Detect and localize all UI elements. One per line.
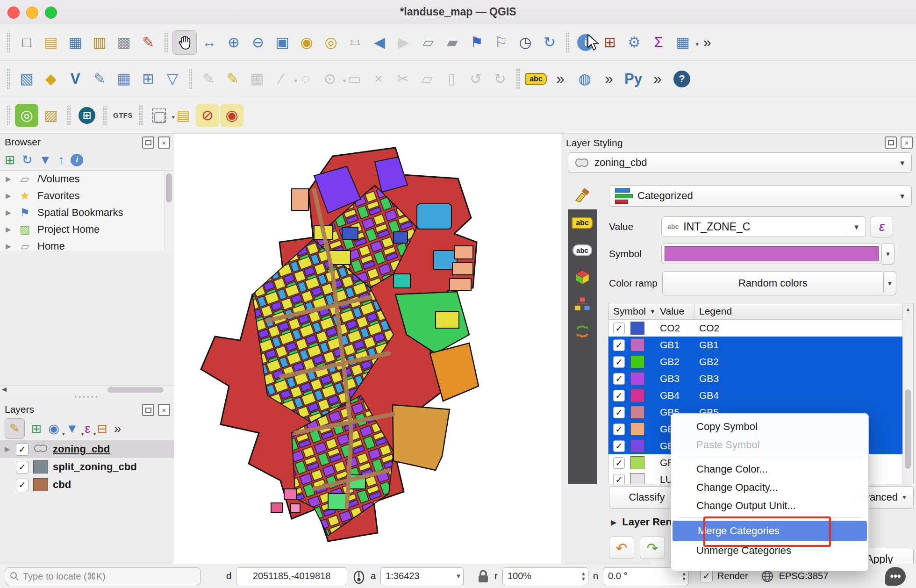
deselect-features-icon[interactable]: ⊘▾: [196, 104, 219, 127]
save-project-icon[interactable]: ▦: [64, 31, 87, 54]
manage-map-themes-icon[interactable]: ◉▾: [48, 421, 59, 436]
zoom-full-icon[interactable]: ▣: [271, 31, 294, 54]
menu-item-change-opacity[interactable]: Change Opacity...: [671, 478, 868, 496]
vertex-tool-icon[interactable]: ⊙▾: [318, 67, 342, 91]
menu-item-change-color[interactable]: Change Color...: [671, 460, 868, 478]
layer-visibility-checkbox[interactable]: ✓: [16, 443, 29, 456]
menu-item-change-output-unit[interactable]: Change Output Unit...: [671, 496, 868, 515]
extent-toggle-icon[interactable]: [352, 568, 366, 584]
category-checkbox[interactable]: ✓: [613, 457, 625, 469]
category-color-swatch[interactable]: [630, 456, 644, 469]
lock-scale-icon[interactable]: [477, 569, 490, 584]
temporal-controller-icon[interactable]: ◷: [514, 31, 537, 54]
browser-item--volumes[interactable]: ▶▱/Volumes: [0, 171, 174, 187]
scale-combo[interactable]: 1:36423 ▼: [380, 567, 464, 585]
layer-visibility-checkbox[interactable]: ✓: [16, 479, 29, 491]
browser-float-icon[interactable]: [142, 136, 154, 149]
zoom-to-layer-icon[interactable]: ◎: [319, 31, 343, 54]
redo-icon[interactable]: ↻: [488, 67, 512, 91]
new-raster-layer-icon[interactable]: ⊞: [136, 67, 160, 91]
save-layer-edits-icon[interactable]: ▦: [245, 67, 269, 91]
osm-place-search-icon[interactable]: ◎: [15, 104, 38, 127]
new-spatialite-layer-icon[interactable]: ✎: [88, 67, 111, 91]
help-icon[interactable]: ?: [670, 67, 694, 91]
category-color-swatch[interactable]: [630, 338, 644, 351]
toolbar-overflow-1-icon[interactable]: »: [695, 31, 719, 54]
current-edits-icon[interactable]: ✎: [197, 67, 220, 91]
style-undo-button[interactable]: ↶: [609, 537, 634, 559]
column-header-symbol[interactable]: Symbol▼: [608, 303, 655, 319]
data-source-manager-icon[interactable]: ▧: [15, 67, 38, 91]
new-print-layout-icon[interactable]: ▥: [88, 31, 111, 54]
open-project-icon[interactable]: ▤: [39, 31, 63, 54]
browser-close-icon[interactable]: ×: [158, 136, 170, 149]
category-color-swatch[interactable]: [630, 372, 644, 385]
new-shapefile-layer-icon[interactable]: V: [64, 67, 87, 91]
layer-item-zoning_cbd[interactable]: ▶✓zoning_cbd: [0, 440, 174, 458]
column-header-value[interactable]: Value: [655, 303, 694, 319]
category-color-swatch[interactable]: [630, 355, 644, 368]
browser-item-project-home[interactable]: ▶▨Project Home: [0, 221, 174, 238]
category-row-GB3[interactable]: ✓GB3GB3: [608, 370, 913, 387]
filter-legend-icon[interactable]: ▼▾: [66, 422, 79, 436]
digitize-shape-icon[interactable]: ◌: [294, 67, 317, 91]
filter-by-expression-icon[interactable]: ε▾: [85, 422, 91, 436]
coordinate-input[interactable]: 2051185,-4019818: [236, 567, 347, 585]
caret-right-icon[interactable]: ▶: [6, 242, 12, 251]
caret-right-icon[interactable]: ▶: [6, 175, 12, 183]
styling-layer-selector[interactable]: zoning_cbd ▼: [568, 152, 912, 173]
refresh-map-icon[interactable]: ↻: [538, 31, 561, 54]
python-console-icon[interactable]: Py: [622, 67, 645, 91]
cut-features-icon[interactable]: ✂: [391, 67, 415, 91]
zoom-native-icon[interactable]: 1:1: [344, 31, 367, 54]
category-checkbox[interactable]: ✓: [613, 407, 625, 418]
show-layout-manager-icon[interactable]: ▩: [112, 31, 136, 54]
panel-splitter[interactable]: ••••••: [0, 394, 174, 400]
styling-float-icon[interactable]: [885, 136, 897, 149]
color-ramp-button[interactable]: Random colors: [662, 271, 884, 295]
add-group-icon[interactable]: ⊞: [31, 421, 42, 436]
select-features-icon[interactable]: ▢▾: [147, 104, 171, 127]
modify-attributes-icon[interactable]: ▭: [343, 67, 366, 91]
open-attribute-table-icon[interactable]: ▦▾: [671, 31, 694, 54]
history-tab[interactable]: [568, 318, 597, 345]
callouts-tab[interactable]: abc: [568, 237, 597, 264]
category-checkbox[interactable]: ✓: [613, 390, 625, 402]
caret-right-icon[interactable]: ▶: [6, 225, 12, 234]
processing-options-icon[interactable]: ⚙: [623, 31, 646, 54]
category-checkbox[interactable]: ✓: [613, 423, 625, 435]
new-geopackage-layer-icon[interactable]: ◆: [39, 67, 63, 91]
style-redo-button[interactable]: ↷: [640, 537, 665, 559]
zoom-next-icon[interactable]: ▶: [392, 31, 415, 54]
zoom-last-icon[interactable]: ◀: [368, 31, 391, 54]
color-ramp-dropdown[interactable]: ▼: [884, 271, 896, 295]
osm-edit-icon[interactable]: ▨: [39, 104, 63, 127]
layers-overflow-icon[interactable]: »: [114, 422, 121, 436]
layer-visibility-checkbox[interactable]: ✓: [16, 461, 29, 473]
category-color-swatch[interactable]: [630, 473, 644, 484]
zoom-out-icon[interactable]: ⊖: [246, 31, 270, 54]
labels-tab[interactable]: abc: [568, 209, 597, 237]
styling-close-icon[interactable]: ×: [901, 136, 913, 149]
category-row-GB1[interactable]: ✓GB1GB1: [608, 337, 913, 353]
browser-item-spatial-bookmarks[interactable]: ▶⚑Spatial Bookmarks: [0, 204, 174, 221]
layers-float-icon[interactable]: [142, 404, 154, 416]
layer-item-cbd[interactable]: ▶✓cbd: [0, 476, 174, 494]
toggle-editing-icon[interactable]: ✎: [221, 67, 244, 91]
new-map-view-icon[interactable]: ▱: [416, 31, 440, 54]
category-checkbox[interactable]: ✓: [613, 339, 625, 351]
locator-search-input[interactable]: Type to locate (⌘K): [5, 567, 201, 585]
pan-map-icon[interactable]: [172, 30, 197, 55]
new-mesh-layer-icon[interactable]: ▦: [112, 67, 136, 91]
scroll-up-icon[interactable]: ▲: [905, 306, 911, 313]
style-manager-icon[interactable]: ✎: [136, 31, 160, 54]
transit-plugin-icon[interactable]: ⊞: [75, 104, 99, 127]
filter-browser-icon[interactable]: ▼: [39, 153, 51, 167]
browser-vscrollbar[interactable]: [164, 171, 174, 251]
category-table-scrollbar[interactable]: ▲: [902, 303, 913, 484]
3d-view-tab[interactable]: [568, 264, 597, 291]
caret-right-icon[interactable]: ▶: [5, 445, 11, 453]
gtfs-loader-icon[interactable]: GTFS: [111, 104, 135, 127]
category-checkbox[interactable]: ✓: [613, 440, 625, 452]
caret-right-icon[interactable]: ▶: [6, 208, 12, 217]
